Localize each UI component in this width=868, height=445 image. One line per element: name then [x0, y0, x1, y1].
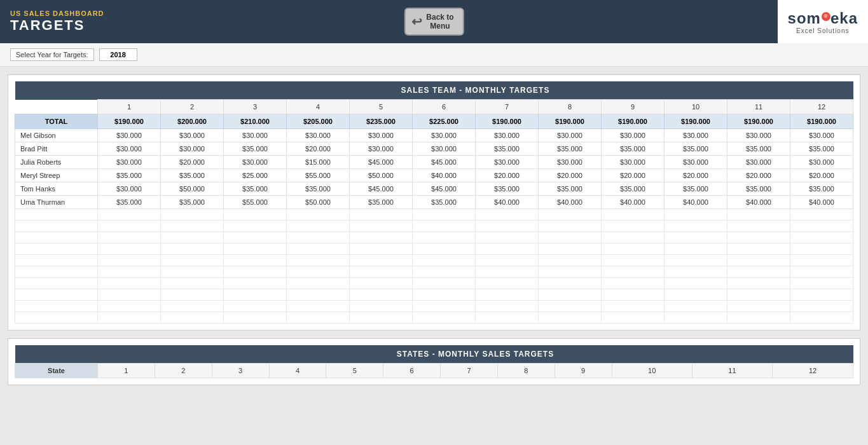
empty-row — [15, 221, 853, 232]
salesperson-name: Meryl Streep — [15, 169, 98, 182]
app-subtitle: US SALES DASHBOARD — [10, 10, 768, 17]
total-m12: $190.000 — [790, 114, 853, 129]
header-center: ↩ Back toMenu — [404, 0, 464, 43]
page-title: TARGETS — [10, 17, 768, 34]
states-table: STATES - MONTHLY SALES TARGETS State 1 2… — [15, 345, 853, 378]
states-table-container: STATES - MONTHLY SALES TARGETS State 1 2… — [8, 338, 860, 385]
header-left: US SALES DASHBOARD TARGETS — [0, 0, 778, 43]
logo-area: som®eka Excel Solutions — [778, 0, 868, 43]
states-header-row: STATES - MONTHLY SALES TARGETS — [15, 345, 853, 364]
main-content: SALES TEAM - MONTHLY TARGETS 1 2 3 4 5 6… — [0, 67, 868, 400]
month-2: 2 — [161, 100, 224, 114]
month-7: 7 — [476, 100, 539, 114]
back-arrow-icon: ↩ — [411, 14, 422, 29]
empty-row — [15, 209, 853, 221]
total-m10: $190.000 — [665, 114, 727, 129]
total-m1: $190.000 — [98, 114, 161, 129]
month-10: 10 — [665, 100, 727, 114]
total-label: TOTAL — [15, 114, 98, 129]
table-row: Julia Roberts $30.000$20.000$30.000$15.0… — [15, 156, 853, 169]
states-header-label: STATES - MONTHLY SALES TARGETS — [98, 345, 853, 364]
month-numbers-row: 1 2 3 4 5 6 7 8 9 10 11 12 — [15, 100, 853, 114]
salesperson-name: Uma Thurman — [15, 196, 98, 209]
year-value[interactable]: 2018 — [99, 48, 137, 61]
total-m4: $205.000 — [287, 114, 350, 129]
states-month-numbers-row: State 1 2 3 4 5 6 7 8 9 10 11 12 — [15, 364, 853, 378]
total-m9: $190.000 — [602, 114, 665, 129]
month-9: 9 — [602, 100, 665, 114]
month-1: 1 — [98, 100, 161, 114]
logo-subtext: Excel Solutions — [796, 27, 849, 34]
month-3: 3 — [224, 100, 287, 114]
total-m8: $190.000 — [539, 114, 602, 129]
salesperson-name: Julia Roberts — [15, 156, 98, 169]
empty-row — [15, 243, 853, 255]
salesperson-name: Tom Hanks — [15, 182, 98, 196]
empty-row — [15, 255, 853, 266]
sales-team-header-row: SALES TEAM - MONTHLY TARGETS — [15, 81, 853, 100]
month-4: 4 — [287, 100, 350, 114]
logo-dot: ® — [822, 12, 830, 21]
table-row: Tom Hanks $30.000$50.000$35.000$35.000$4… — [15, 182, 853, 196]
total-m7: $190.000 — [476, 114, 539, 129]
month-5: 5 — [350, 100, 413, 114]
back-to-menu-button[interactable]: ↩ Back toMenu — [404, 8, 464, 36]
sales-team-header-label: SALES TEAM - MONTHLY TARGETS — [98, 81, 853, 100]
table-row: Uma Thurman $35.000$35.000$55.000$50.000… — [15, 196, 853, 209]
total-m5: $235.000 — [350, 114, 413, 129]
month-6: 6 — [413, 100, 476, 114]
state-col-header: State — [15, 364, 98, 378]
month-11: 11 — [727, 100, 790, 114]
empty-row — [15, 232, 853, 243]
month-8: 8 — [539, 100, 602, 114]
empty-row — [15, 312, 853, 324]
total-m6: $225.000 — [413, 114, 476, 129]
table-row: Meryl Streep $35.000$35.000$25.000$55.00… — [15, 169, 853, 182]
logo: som®eka — [788, 10, 858, 27]
total-row: TOTAL $190.000 $200.000 $210.000 $205.00… — [15, 114, 853, 129]
year-selector-label: Select Year for Targets: — [10, 48, 94, 61]
empty-row — [15, 266, 853, 278]
sales-team-table-container: SALES TEAM - MONTHLY TARGETS 1 2 3 4 5 6… — [8, 74, 860, 331]
total-m11: $190.000 — [727, 114, 790, 129]
total-m2: $200.000 — [161, 114, 224, 129]
sales-team-table: SALES TEAM - MONTHLY TARGETS 1 2 3 4 5 6… — [15, 81, 853, 324]
year-selector-row: Select Year for Targets: 2018 — [0, 43, 868, 67]
month-12: 12 — [790, 100, 853, 114]
header: US SALES DASHBOARD TARGETS ↩ Back toMenu… — [0, 0, 868, 43]
table-row: Brad Pitt $30.000$30.000$35.000$20.000$3… — [15, 142, 853, 156]
empty-row — [15, 289, 853, 301]
empty-row — [15, 278, 853, 289]
logo-text: som®eka — [788, 10, 858, 27]
empty-row — [15, 301, 853, 312]
salesperson-name: Brad Pitt — [15, 142, 98, 156]
empty-header — [15, 100, 98, 114]
back-button-label: Back toMenu — [426, 13, 453, 31]
salesperson-name: Mel Gibson — [15, 129, 98, 142]
total-m3: $210.000 — [224, 114, 287, 129]
table-row: Mel Gibson $30.000$30.000$30.000$30.000$… — [15, 129, 853, 142]
